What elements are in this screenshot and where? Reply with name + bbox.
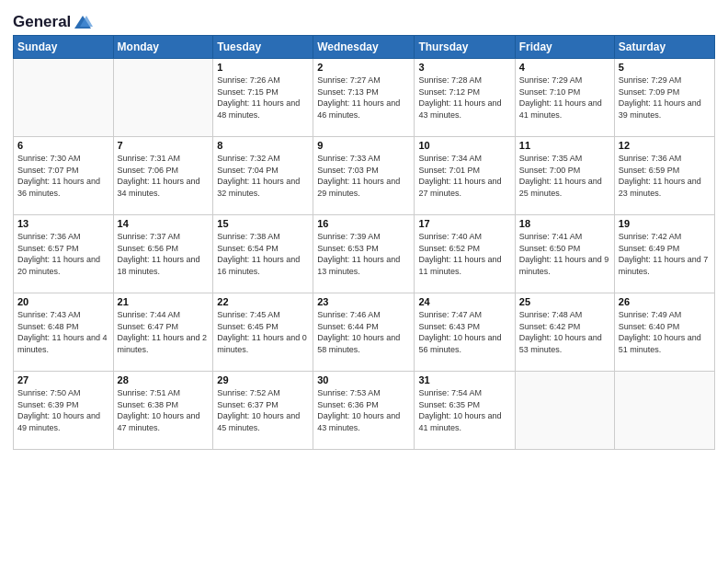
weekday-header-sunday: Sunday (14, 36, 114, 59)
weekday-header-wednesday: Wednesday (313, 36, 415, 59)
calendar-week-row: 27Sunrise: 7:50 AM Sunset: 6:39 PM Dayli… (14, 372, 715, 450)
calendar-cell: 9Sunrise: 7:33 AM Sunset: 7:03 PM Daylig… (313, 137, 415, 215)
calendar-cell: 16Sunrise: 7:39 AM Sunset: 6:53 PM Dayli… (313, 215, 415, 293)
day-number: 8 (217, 140, 309, 151)
day-info: Sunrise: 7:41 AM Sunset: 6:50 PM Dayligh… (519, 231, 610, 277)
logo-general-text: General (13, 13, 71, 31)
day-info: Sunrise: 7:42 AM Sunset: 6:49 PM Dayligh… (619, 231, 711, 277)
calendar-cell: 17Sunrise: 7:40 AM Sunset: 6:52 PM Dayli… (415, 215, 515, 293)
calendar-cell: 12Sunrise: 7:36 AM Sunset: 6:59 PM Dayli… (614, 137, 714, 215)
day-info: Sunrise: 7:38 AM Sunset: 6:54 PM Dayligh… (217, 231, 309, 277)
day-info: Sunrise: 7:30 AM Sunset: 7:07 PM Dayligh… (17, 153, 109, 199)
day-info: Sunrise: 7:36 AM Sunset: 6:57 PM Dayligh… (17, 231, 109, 277)
day-info: Sunrise: 7:53 AM Sunset: 6:36 PM Dayligh… (317, 387, 410, 433)
day-number: 19 (619, 218, 711, 229)
day-number: 25 (519, 296, 610, 307)
day-info: Sunrise: 7:26 AM Sunset: 7:15 PM Dayligh… (217, 75, 309, 121)
day-number: 5 (619, 62, 711, 73)
calendar-cell: 7Sunrise: 7:31 AM Sunset: 7:06 PM Daylig… (113, 137, 213, 215)
weekday-header-thursday: Thursday (415, 36, 515, 59)
day-number: 7 (118, 140, 210, 151)
day-info: Sunrise: 7:37 AM Sunset: 6:56 PM Dayligh… (118, 231, 210, 277)
calendar-cell: 5Sunrise: 7:29 AM Sunset: 7:09 PM Daylig… (614, 59, 714, 137)
day-info: Sunrise: 7:33 AM Sunset: 7:03 PM Dayligh… (317, 153, 410, 199)
weekday-header-monday: Monday (113, 36, 213, 59)
day-number: 9 (317, 140, 410, 151)
calendar-cell: 14Sunrise: 7:37 AM Sunset: 6:56 PM Dayli… (113, 215, 213, 293)
day-number: 20 (17, 296, 109, 307)
calendar-cell: 2Sunrise: 7:27 AM Sunset: 7:13 PM Daylig… (313, 59, 415, 137)
calendar-cell (614, 372, 714, 450)
day-info: Sunrise: 7:45 AM Sunset: 6:45 PM Dayligh… (217, 309, 309, 355)
day-info: Sunrise: 7:36 AM Sunset: 6:59 PM Dayligh… (619, 153, 711, 199)
calendar-cell: 28Sunrise: 7:51 AM Sunset: 6:38 PM Dayli… (113, 372, 213, 450)
calendar-cell: 23Sunrise: 7:46 AM Sunset: 6:44 PM Dayli… (313, 293, 415, 372)
day-info: Sunrise: 7:47 AM Sunset: 6:43 PM Dayligh… (418, 309, 510, 355)
weekday-header-friday: Friday (515, 36, 614, 59)
day-info: Sunrise: 7:27 AM Sunset: 7:13 PM Dayligh… (317, 75, 410, 121)
calendar-cell: 10Sunrise: 7:34 AM Sunset: 7:01 PM Dayli… (415, 137, 515, 215)
calendar-cell: 30Sunrise: 7:53 AM Sunset: 6:36 PM Dayli… (313, 372, 415, 450)
day-number: 17 (418, 218, 510, 229)
calendar-week-row: 20Sunrise: 7:43 AM Sunset: 6:48 PM Dayli… (14, 293, 715, 372)
calendar-cell: 26Sunrise: 7:49 AM Sunset: 6:40 PM Dayli… (614, 293, 714, 372)
calendar-cell: 13Sunrise: 7:36 AM Sunset: 6:57 PM Dayli… (14, 215, 114, 293)
day-number: 2 (317, 62, 410, 73)
logo-icon (73, 14, 93, 30)
calendar-cell: 11Sunrise: 7:35 AM Sunset: 7:00 PM Dayli… (515, 137, 614, 215)
calendar-cell: 20Sunrise: 7:43 AM Sunset: 6:48 PM Dayli… (14, 293, 114, 372)
day-info: Sunrise: 7:43 AM Sunset: 6:48 PM Dayligh… (17, 309, 109, 355)
calendar-cell: 31Sunrise: 7:54 AM Sunset: 6:35 PM Dayli… (415, 372, 515, 450)
day-info: Sunrise: 7:48 AM Sunset: 6:42 PM Dayligh… (519, 309, 610, 355)
day-number: 26 (619, 296, 711, 307)
day-number: 29 (217, 374, 309, 385)
calendar-cell: 25Sunrise: 7:48 AM Sunset: 6:42 PM Dayli… (515, 293, 614, 372)
day-number: 14 (118, 218, 210, 229)
calendar-cell: 21Sunrise: 7:44 AM Sunset: 6:47 PM Dayli… (113, 293, 213, 372)
calendar-cell: 24Sunrise: 7:47 AM Sunset: 6:43 PM Dayli… (415, 293, 515, 372)
day-info: Sunrise: 7:46 AM Sunset: 6:44 PM Dayligh… (317, 309, 410, 355)
day-number: 13 (17, 218, 109, 229)
calendar-cell: 1Sunrise: 7:26 AM Sunset: 7:15 PM Daylig… (213, 59, 313, 137)
day-info: Sunrise: 7:29 AM Sunset: 7:10 PM Dayligh… (519, 75, 610, 121)
calendar-cell: 29Sunrise: 7:52 AM Sunset: 6:37 PM Dayli… (213, 372, 313, 450)
day-number: 4 (519, 62, 610, 73)
day-info: Sunrise: 7:40 AM Sunset: 6:52 PM Dayligh… (418, 231, 510, 277)
day-number: 18 (519, 218, 610, 229)
day-info: Sunrise: 7:34 AM Sunset: 7:01 PM Dayligh… (418, 153, 510, 199)
day-number: 22 (217, 296, 309, 307)
calendar-cell: 15Sunrise: 7:38 AM Sunset: 6:54 PM Dayli… (213, 215, 313, 293)
logo: General (13, 13, 93, 28)
day-info: Sunrise: 7:29 AM Sunset: 7:09 PM Dayligh… (619, 75, 711, 121)
day-info: Sunrise: 7:44 AM Sunset: 6:47 PM Dayligh… (118, 309, 210, 355)
day-number: 24 (418, 296, 510, 307)
day-info: Sunrise: 7:52 AM Sunset: 6:37 PM Dayligh… (217, 387, 309, 433)
day-number: 31 (418, 374, 510, 385)
calendar-cell: 4Sunrise: 7:29 AM Sunset: 7:10 PM Daylig… (515, 59, 614, 137)
day-number: 10 (418, 140, 510, 151)
day-info: Sunrise: 7:28 AM Sunset: 7:12 PM Dayligh… (418, 75, 510, 121)
calendar-cell: 19Sunrise: 7:42 AM Sunset: 6:49 PM Dayli… (614, 215, 714, 293)
day-info: Sunrise: 7:51 AM Sunset: 6:38 PM Dayligh… (118, 387, 210, 433)
header: General (13, 9, 715, 28)
day-number: 1 (217, 62, 309, 73)
calendar-cell: 6Sunrise: 7:30 AM Sunset: 7:07 PM Daylig… (14, 137, 114, 215)
calendar-cell (14, 59, 114, 137)
day-number: 15 (217, 218, 309, 229)
calendar-week-row: 13Sunrise: 7:36 AM Sunset: 6:57 PM Dayli… (14, 215, 715, 293)
calendar-table: SundayMondayTuesdayWednesdayThursdayFrid… (13, 35, 715, 450)
calendar-cell: 22Sunrise: 7:45 AM Sunset: 6:45 PM Dayli… (213, 293, 313, 372)
calendar-cell (515, 372, 614, 450)
calendar-week-row: 1Sunrise: 7:26 AM Sunset: 7:15 PM Daylig… (14, 59, 715, 137)
day-info: Sunrise: 7:49 AM Sunset: 6:40 PM Dayligh… (619, 309, 711, 355)
calendar-cell: 3Sunrise: 7:28 AM Sunset: 7:12 PM Daylig… (415, 59, 515, 137)
day-number: 21 (118, 296, 210, 307)
day-number: 27 (17, 374, 109, 385)
day-number: 23 (317, 296, 410, 307)
page-container: General SundayMondayTuesdayWednesdayThur… (0, 0, 728, 459)
day-info: Sunrise: 7:54 AM Sunset: 6:35 PM Dayligh… (418, 387, 510, 433)
calendar-week-row: 6Sunrise: 7:30 AM Sunset: 7:07 PM Daylig… (14, 137, 715, 215)
calendar-cell: 18Sunrise: 7:41 AM Sunset: 6:50 PM Dayli… (515, 215, 614, 293)
day-info: Sunrise: 7:35 AM Sunset: 7:00 PM Dayligh… (519, 153, 610, 199)
day-info: Sunrise: 7:50 AM Sunset: 6:39 PM Dayligh… (17, 387, 109, 433)
